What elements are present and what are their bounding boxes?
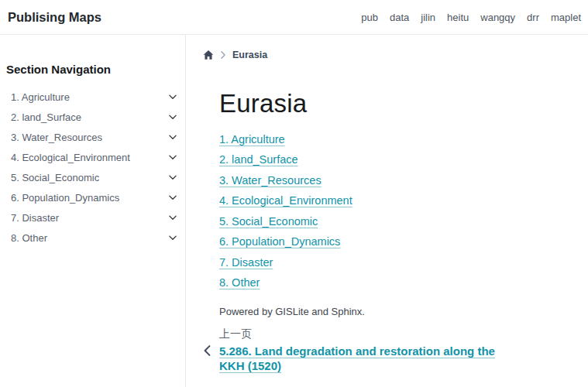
sidebar-item-label: 6. Population_Dynamics bbox=[11, 192, 119, 204]
page-title: Eurasia bbox=[219, 91, 588, 118]
site-title[interactable]: Publising Maps bbox=[8, 10, 101, 25]
sidebar-item-label: 7. Disaster bbox=[11, 212, 59, 224]
chevron-down-icon[interactable] bbox=[168, 233, 177, 242]
page-layout: Section Navigation 1. Agriculture 2. lan… bbox=[0, 35, 588, 387]
content-link-ecological-environment[interactable]: 4. Ecological_Environment bbox=[219, 194, 352, 207]
home-icon[interactable] bbox=[203, 50, 214, 60]
breadcrumb: Eurasia bbox=[203, 48, 588, 62]
article: Eurasia 1. Agriculture 2. land_Surface 3… bbox=[219, 91, 588, 373]
sidebar-item-label: 1. Agriculture bbox=[11, 91, 70, 103]
prev-page-label: 上一页 bbox=[219, 327, 588, 341]
top-nav-link-heitu[interactable]: heitu bbox=[447, 12, 469, 23]
chevron-down-icon[interactable] bbox=[168, 193, 177, 202]
sidebar-item-land-surface[interactable]: 2. land_Surface bbox=[6, 107, 185, 127]
content-link-population-dynamics[interactable]: 6. Population_Dynamics bbox=[219, 235, 340, 248]
chevron-down-icon[interactable] bbox=[168, 92, 177, 101]
top-nav-link-data[interactable]: data bbox=[390, 12, 409, 23]
top-nav: pub data jilin heitu wangqy drr maplet bbox=[361, 12, 581, 23]
sidebar-item-water-resources[interactable]: 3. Water_Resources bbox=[6, 127, 185, 147]
content-link-agriculture[interactable]: 1. Agriculture bbox=[219, 133, 285, 146]
top-nav-link-pub[interactable]: pub bbox=[361, 12, 378, 23]
powered-by-text: Powered by GISLite and Sphinx. bbox=[219, 306, 588, 317]
sidebar-item-population-dynamics[interactable]: 6. Population_Dynamics bbox=[6, 187, 185, 207]
chevron-right-icon bbox=[220, 48, 226, 62]
content-link-land-surface[interactable]: 2. land_Surface bbox=[219, 153, 298, 166]
sidebar-item-label: 3. Water_Resources bbox=[11, 132, 102, 143]
top-nav-link-drr[interactable]: drr bbox=[527, 12, 539, 23]
prev-page-link[interactable]: 5.286. Land degradation and restoration … bbox=[219, 344, 518, 373]
header: Publising Maps pub data jilin heitu wang… bbox=[0, 0, 588, 35]
sidebar-item-label: 5. Social_Economic bbox=[11, 172, 99, 183]
content-links-list: 1. Agriculture 2. land_Surface 3. Water_… bbox=[219, 134, 588, 289]
sidebar: Section Navigation 1. Agriculture 2. lan… bbox=[0, 35, 186, 387]
prev-page-block: 上一页 5.286. Land degradation and restorat… bbox=[219, 327, 588, 373]
sidebar-item-social-economic[interactable]: 5. Social_Economic bbox=[6, 167, 185, 187]
sidebar-item-label: 2. land_Surface bbox=[11, 111, 81, 123]
sidebar-item-other[interactable]: 8. Other bbox=[6, 228, 185, 248]
sidebar-nav-list: 1. Agriculture 2. land_Surface 3. Water_… bbox=[6, 87, 185, 248]
main-content: Eurasia Eurasia 1. Agriculture 2. land_S… bbox=[186, 35, 588, 387]
chevron-down-icon[interactable] bbox=[168, 132, 177, 142]
top-nav-link-jilin[interactable]: jilin bbox=[421, 12, 435, 23]
sidebar-item-label: 8. Other bbox=[11, 232, 47, 244]
sidebar-item-disaster[interactable]: 7. Disaster bbox=[6, 207, 185, 228]
breadcrumb-current: Eurasia bbox=[232, 50, 267, 60]
content-link-disaster[interactable]: 7. Disaster bbox=[219, 256, 273, 269]
content-link-other[interactable]: 8. Other bbox=[219, 276, 260, 289]
top-nav-link-wangqy[interactable]: wangqy bbox=[480, 12, 515, 23]
sidebar-item-label: 4. Ecological_Environment bbox=[11, 152, 130, 163]
chevron-down-icon[interactable] bbox=[168, 152, 177, 162]
chevron-left-icon bbox=[203, 345, 211, 356]
chevron-down-icon[interactable] bbox=[168, 173, 177, 182]
content-link-water-resources[interactable]: 3. Water_Resources bbox=[219, 174, 322, 187]
section-navigation-heading: Section Navigation bbox=[6, 63, 185, 76]
top-nav-link-maplet[interactable]: maplet bbox=[551, 12, 581, 23]
chevron-down-icon[interactable] bbox=[168, 112, 177, 122]
sidebar-item-agriculture[interactable]: 1. Agriculture bbox=[6, 87, 185, 107]
chevron-down-icon[interactable] bbox=[168, 213, 177, 222]
content-link-social-economic[interactable]: 5. Social_Economic bbox=[219, 215, 318, 228]
sidebar-item-ecological-environment[interactable]: 4. Ecological_Environment bbox=[6, 147, 185, 167]
